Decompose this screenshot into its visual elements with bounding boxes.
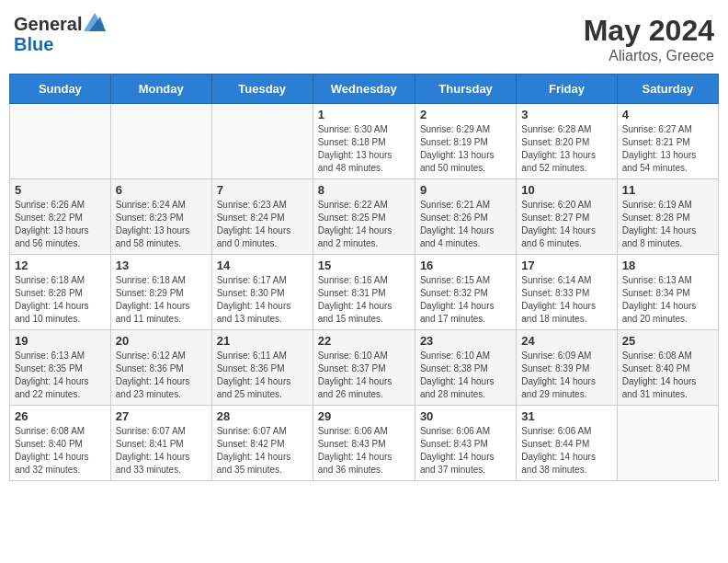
day-number: 14 xyxy=(217,259,308,272)
day-info: Sunrise: 6:19 AM Sunset: 8:28 PM Dayligh… xyxy=(622,199,713,250)
day-info: Sunrise: 6:13 AM Sunset: 8:34 PM Dayligh… xyxy=(622,274,713,326)
calendar-day-cell: 14Sunrise: 6:17 AM Sunset: 8:30 PM Dayli… xyxy=(211,255,313,330)
calendar-day-cell: 23Sunrise: 6:10 AM Sunset: 8:38 PM Dayli… xyxy=(415,330,516,406)
day-number: 29 xyxy=(318,409,410,423)
calendar-day-cell: 9Sunrise: 6:21 AM Sunset: 8:26 PM Daylig… xyxy=(415,179,516,255)
calendar-day-cell: 26Sunrise: 6:08 AM Sunset: 8:40 PM Dayli… xyxy=(10,406,111,481)
calendar-day-cell xyxy=(10,104,111,179)
day-number: 3 xyxy=(521,108,611,121)
day-info: Sunrise: 6:06 AM Sunset: 8:44 PM Dayligh… xyxy=(521,425,611,477)
day-info: Sunrise: 6:27 AM Sunset: 8:21 PM Dayligh… xyxy=(622,123,713,175)
day-info: Sunrise: 6:24 AM Sunset: 8:23 PM Dayligh… xyxy=(116,199,207,250)
calendar-day-cell: 19Sunrise: 6:13 AM Sunset: 8:35 PM Dayli… xyxy=(10,330,111,406)
day-number: 6 xyxy=(116,183,207,197)
day-info: Sunrise: 6:21 AM Sunset: 8:26 PM Dayligh… xyxy=(420,199,511,250)
day-number: 25 xyxy=(622,334,713,348)
day-info: Sunrise: 6:16 AM Sunset: 8:31 PM Dayligh… xyxy=(318,274,410,326)
day-info: Sunrise: 6:09 AM Sunset: 8:39 PM Dayligh… xyxy=(521,350,611,401)
calendar-week-row: 5Sunrise: 6:26 AM Sunset: 8:22 PM Daylig… xyxy=(10,179,719,255)
calendar-day-cell: 12Sunrise: 6:18 AM Sunset: 8:28 PM Dayli… xyxy=(10,255,111,330)
calendar-day-cell xyxy=(617,406,718,481)
calendar-day-cell: 7Sunrise: 6:23 AM Sunset: 8:24 PM Daylig… xyxy=(211,179,313,255)
day-number: 2 xyxy=(420,108,511,121)
calendar-day-cell: 8Sunrise: 6:22 AM Sunset: 8:25 PM Daylig… xyxy=(313,179,415,255)
page-header: General Blue May 2024 Aliartos, Greece xyxy=(9,9,719,64)
day-info: Sunrise: 6:12 AM Sunset: 8:36 PM Dayligh… xyxy=(116,350,207,401)
day-number: 4 xyxy=(622,108,713,121)
day-info: Sunrise: 6:22 AM Sunset: 8:25 PM Dayligh… xyxy=(318,199,410,250)
calendar-day-cell: 15Sunrise: 6:16 AM Sunset: 8:31 PM Dayli… xyxy=(313,255,415,330)
calendar-day-cell: 10Sunrise: 6:20 AM Sunset: 8:27 PM Dayli… xyxy=(517,179,617,255)
day-info: Sunrise: 6:20 AM Sunset: 8:27 PM Dayligh… xyxy=(521,199,611,250)
calendar-week-row: 1Sunrise: 6:30 AM Sunset: 8:18 PM Daylig… xyxy=(10,104,719,179)
calendar-day-cell xyxy=(110,104,211,179)
calendar-day-cell: 31Sunrise: 6:06 AM Sunset: 8:44 PM Dayli… xyxy=(517,406,617,481)
day-info: Sunrise: 6:13 AM Sunset: 8:35 PM Dayligh… xyxy=(15,350,106,401)
title-section: May 2024 Aliartos, Greece xyxy=(584,14,714,64)
day-number: 20 xyxy=(116,334,207,348)
calendar-day-cell: 24Sunrise: 6:09 AM Sunset: 8:39 PM Dayli… xyxy=(517,330,617,406)
logo-blue-text: Blue xyxy=(14,34,106,54)
day-number: 18 xyxy=(622,259,713,272)
day-info: Sunrise: 6:08 AM Sunset: 8:40 PM Dayligh… xyxy=(622,350,713,401)
day-info: Sunrise: 6:11 AM Sunset: 8:36 PM Dayligh… xyxy=(217,350,308,401)
calendar-day-cell: 4Sunrise: 6:27 AM Sunset: 8:21 PM Daylig… xyxy=(617,104,718,179)
day-number: 17 xyxy=(521,259,611,272)
calendar-day-header: Friday xyxy=(517,75,617,104)
day-info: Sunrise: 6:17 AM Sunset: 8:30 PM Dayligh… xyxy=(217,274,308,326)
logo-icon xyxy=(84,13,106,31)
day-info: Sunrise: 6:08 AM Sunset: 8:40 PM Dayligh… xyxy=(15,425,106,477)
logo-general-text: General xyxy=(14,14,82,34)
calendar-day-cell: 11Sunrise: 6:19 AM Sunset: 8:28 PM Dayli… xyxy=(617,179,718,255)
calendar-day-cell: 18Sunrise: 6:13 AM Sunset: 8:34 PM Dayli… xyxy=(617,255,718,330)
location-subtitle: Aliartos, Greece xyxy=(584,48,714,64)
calendar-day-header: Thursday xyxy=(415,75,516,104)
day-number: 7 xyxy=(217,183,308,197)
calendar-day-cell: 3Sunrise: 6:28 AM Sunset: 8:20 PM Daylig… xyxy=(517,104,617,179)
calendar-header-row: SundayMondayTuesdayWednesdayThursdayFrid… xyxy=(10,75,719,104)
calendar-day-cell: 6Sunrise: 6:24 AM Sunset: 8:23 PM Daylig… xyxy=(110,179,211,255)
calendar-day-cell: 20Sunrise: 6:12 AM Sunset: 8:36 PM Dayli… xyxy=(110,330,211,406)
calendar-day-cell: 27Sunrise: 6:07 AM Sunset: 8:41 PM Dayli… xyxy=(110,406,211,481)
day-number: 27 xyxy=(116,409,207,423)
day-number: 28 xyxy=(217,409,308,423)
day-info: Sunrise: 6:07 AM Sunset: 8:41 PM Dayligh… xyxy=(116,425,207,477)
calendar-day-cell: 1Sunrise: 6:30 AM Sunset: 8:18 PM Daylig… xyxy=(313,104,415,179)
day-number: 13 xyxy=(116,259,207,272)
calendar-day-cell: 29Sunrise: 6:06 AM Sunset: 8:43 PM Dayli… xyxy=(313,406,415,481)
day-number: 22 xyxy=(318,334,410,348)
calendar-day-header: Saturday xyxy=(617,75,718,104)
day-number: 23 xyxy=(420,334,511,348)
day-number: 12 xyxy=(15,259,106,272)
day-number: 15 xyxy=(318,259,410,272)
day-number: 10 xyxy=(521,183,611,197)
day-info: Sunrise: 6:06 AM Sunset: 8:43 PM Dayligh… xyxy=(420,425,511,477)
day-number: 16 xyxy=(420,259,511,272)
calendar-day-header: Monday xyxy=(110,75,211,104)
day-number: 24 xyxy=(521,334,611,348)
day-number: 8 xyxy=(318,183,410,197)
day-info: Sunrise: 6:29 AM Sunset: 8:19 PM Dayligh… xyxy=(420,123,511,175)
calendar-day-cell: 30Sunrise: 6:06 AM Sunset: 8:43 PM Dayli… xyxy=(415,406,516,481)
day-info: Sunrise: 6:18 AM Sunset: 8:28 PM Dayligh… xyxy=(15,274,106,326)
day-number: 9 xyxy=(420,183,511,197)
day-number: 30 xyxy=(420,409,511,423)
day-info: Sunrise: 6:07 AM Sunset: 8:42 PM Dayligh… xyxy=(217,425,308,477)
day-info: Sunrise: 6:06 AM Sunset: 8:43 PM Dayligh… xyxy=(318,425,410,477)
day-info: Sunrise: 6:10 AM Sunset: 8:38 PM Dayligh… xyxy=(420,350,511,401)
day-number: 19 xyxy=(15,334,106,348)
calendar-day-cell xyxy=(211,104,313,179)
calendar-day-cell: 25Sunrise: 6:08 AM Sunset: 8:40 PM Dayli… xyxy=(617,330,718,406)
calendar-day-cell: 28Sunrise: 6:07 AM Sunset: 8:42 PM Dayli… xyxy=(211,406,313,481)
calendar-table: SundayMondayTuesdayWednesdayThursdayFrid… xyxy=(9,74,719,481)
calendar-day-cell: 13Sunrise: 6:18 AM Sunset: 8:29 PM Dayli… xyxy=(110,255,211,330)
calendar-week-row: 19Sunrise: 6:13 AM Sunset: 8:35 PM Dayli… xyxy=(10,330,719,406)
day-info: Sunrise: 6:10 AM Sunset: 8:37 PM Dayligh… xyxy=(318,350,410,401)
day-number: 21 xyxy=(217,334,308,348)
day-info: Sunrise: 6:18 AM Sunset: 8:29 PM Dayligh… xyxy=(116,274,207,326)
calendar-day-cell: 16Sunrise: 6:15 AM Sunset: 8:32 PM Dayli… xyxy=(415,255,516,330)
calendar-week-row: 26Sunrise: 6:08 AM Sunset: 8:40 PM Dayli… xyxy=(10,406,719,481)
day-number: 11 xyxy=(622,183,713,197)
calendar-day-header: Sunday xyxy=(10,75,111,104)
day-number: 5 xyxy=(15,183,106,197)
